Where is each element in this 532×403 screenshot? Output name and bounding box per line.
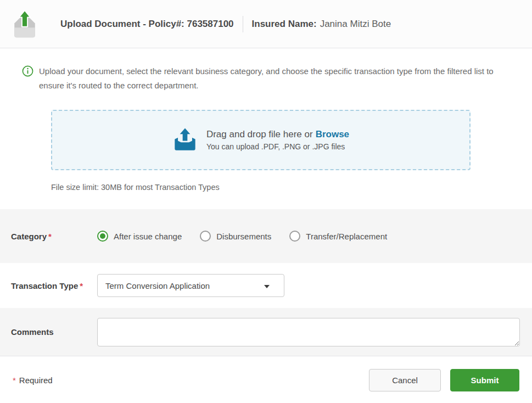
file-dropzone[interactable]: Drag and drop file here orBrowse You can… bbox=[51, 110, 471, 170]
category-option-disbursements[interactable]: Disbursements bbox=[200, 231, 271, 242]
submit-button[interactable]: Submit bbox=[450, 369, 519, 391]
info-icon bbox=[22, 65, 33, 77]
browse-link[interactable]: Browse bbox=[316, 129, 349, 139]
category-option-transfer-replacement[interactable]: Transfer/Replacement bbox=[289, 231, 387, 242]
comments-textarea[interactable] bbox=[97, 318, 520, 346]
insured-name-label: Insured Name: bbox=[252, 19, 317, 30]
transaction-type-label: Transaction Type* bbox=[11, 281, 97, 290]
radio-icon[interactable] bbox=[200, 231, 211, 242]
upload-icon bbox=[172, 127, 198, 153]
required-field-note: *Required bbox=[13, 376, 53, 385]
required-asterisk: * bbox=[80, 281, 83, 290]
page-title: Upload Document - Policy#: 763587100 bbox=[60, 19, 234, 30]
insured-name-value: Janina Mitzi Bote bbox=[320, 19, 391, 30]
category-label: Category* bbox=[11, 232, 97, 241]
cancel-button[interactable]: Cancel bbox=[369, 369, 441, 391]
file-size-limit-note: File size limit: 30MB for most Transacti… bbox=[51, 183, 532, 192]
category-section: Category* After issue change Disbursemen… bbox=[0, 209, 532, 263]
header-divider bbox=[243, 16, 243, 32]
radio-icon[interactable] bbox=[97, 231, 108, 242]
dialog-footer: *Required Cancel Submit bbox=[0, 356, 532, 403]
footer-buttons: Cancel Submit bbox=[369, 369, 519, 391]
radio-label: Disbursements bbox=[216, 232, 271, 241]
info-message-row: Upload your document, select the relevan… bbox=[0, 48, 532, 93]
chevron-down-icon bbox=[264, 285, 270, 288]
drag-drop-text: Drag and drop file here or bbox=[206, 129, 313, 139]
comments-label: Comments bbox=[11, 327, 97, 337]
category-option-after-issue-change[interactable]: After issue change bbox=[97, 231, 182, 242]
transaction-type-selected-value: Term Conversion Application bbox=[105, 281, 210, 290]
dropzone-filetypes-hint: You can upload .PDF, .PNG or .JPG files bbox=[206, 142, 349, 151]
dialog-header: Upload Document - Policy#: 763587100 Ins… bbox=[0, 0, 532, 48]
radio-label: Transfer/Replacement bbox=[306, 232, 387, 241]
radio-label: After issue change bbox=[114, 232, 182, 241]
radio-icon[interactable] bbox=[289, 231, 300, 242]
upload-document-dialog: Upload Document - Policy#: 763587100 Ins… bbox=[0, 0, 532, 403]
upload-tray-icon bbox=[11, 8, 38, 40]
comments-section: Comments bbox=[0, 308, 532, 356]
category-radio-group: After issue change Disbursements Transfe… bbox=[97, 231, 405, 242]
required-asterisk: * bbox=[48, 232, 52, 241]
dropzone-instruction: Drag and drop file here orBrowse bbox=[206, 129, 349, 140]
transaction-type-section: Transaction Type* Term Conversion Applic… bbox=[0, 263, 532, 308]
info-message-text: Upload your document, select the relevan… bbox=[39, 64, 510, 93]
transaction-type-select[interactable]: Term Conversion Application bbox=[97, 274, 284, 297]
